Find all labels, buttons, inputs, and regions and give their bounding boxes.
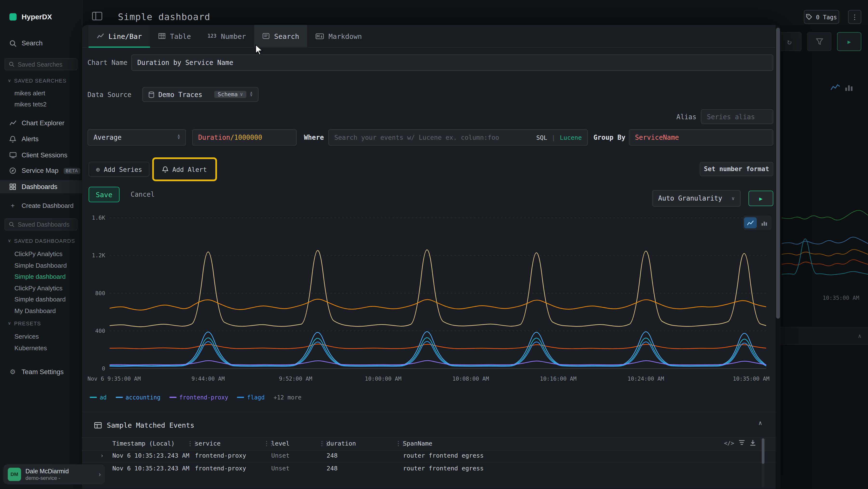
gear-icon: ⚙: [9, 368, 17, 376]
events-row[interactable]: › Nov 6 10:35:23.243 AM frontend-proxy U…: [82, 463, 780, 475]
chart-line-icon: [9, 120, 17, 126]
chart-editor-modal: Line/Bar Table 123 Number Search Markdow…: [82, 25, 780, 489]
dashboard-label: Simple dashboard: [14, 273, 66, 280]
presets-section[interactable]: ∨ PRESETS: [8, 320, 41, 326]
saved-search-item[interactable]: mikes tets2: [0, 99, 82, 110]
group-by-value: ServiceName: [635, 134, 679, 141]
sidebar-item-search[interactable]: Search: [0, 37, 82, 50]
brand-name: HyperDX: [22, 12, 52, 21]
preset-item[interactable]: Services: [0, 331, 82, 342]
saved-search-item[interactable]: mikes alert: [0, 88, 82, 99]
dashboard-label: Simple Dashboard: [14, 262, 67, 269]
chevron-down-icon: ∨: [8, 321, 11, 326]
filter-lines-icon[interactable]: [739, 439, 745, 447]
saved-searches-input[interactable]: Saved Searches: [4, 58, 78, 70]
tab-table[interactable]: Table: [150, 25, 199, 47]
set-number-format-button[interactable]: Set number format: [700, 162, 773, 176]
sidebar-item-client-sessions[interactable]: Client Sessions: [0, 148, 82, 162]
events-collapse-button[interactable]: ∧: [758, 420, 762, 427]
group-by-input[interactable]: ServiceName: [629, 129, 773, 146]
tab-label: Table: [170, 32, 191, 40]
data-source-select[interactable]: Demo Traces Schema∨ ∧∨: [142, 87, 258, 102]
modal-scrollbar-thumb[interactable]: [776, 28, 780, 319]
dashboard-item-active[interactable]: Simple dashboard: [0, 271, 82, 282]
lucene-toggle[interactable]: Lucene: [560, 134, 582, 141]
code-icon[interactable]: </>: [724, 440, 734, 446]
legend-swatch: [237, 397, 245, 398]
legend-item[interactable]: accounting: [116, 394, 160, 401]
sql-toggle[interactable]: SQL: [536, 134, 547, 141]
tab-search[interactable]: Search: [254, 25, 307, 47]
events-row[interactable]: › Nov 6 10:35:23.243 AM frontend-proxy U…: [82, 450, 780, 463]
dashboard-item[interactable]: ClickPy Analytics: [0, 283, 82, 294]
saved-dashboards-input[interactable]: Saved Dashboards: [4, 219, 78, 231]
tab-markdown[interactable]: Markdown: [307, 25, 370, 47]
cell-duration: 248: [327, 465, 338, 472]
column-header-duration[interactable]: duration: [327, 440, 356, 447]
dashboard-item[interactable]: Simple dashboard: [0, 294, 82, 305]
legend-item[interactable]: frontend-proxy: [169, 394, 228, 401]
column-header-spanname[interactable]: SpanName: [403, 440, 432, 447]
run-chart-button[interactable]: ▶: [748, 191, 773, 206]
sidebar-item-label: Alerts: [22, 135, 38, 143]
download-icon[interactable]: [750, 439, 756, 448]
cell-timestamp: Nov 6 10:35:23.243 AM: [112, 465, 189, 472]
bell-icon: [162, 166, 168, 173]
aggregation-select[interactable]: Average ∧∨: [88, 129, 186, 146]
saved-search-label: mikes tets2: [14, 101, 47, 108]
tags-button[interactable]: 0 Tags: [804, 10, 839, 24]
preset-item[interactable]: Kubernetes: [0, 343, 82, 353]
column-header-timestamp[interactable]: Timestamp (Local): [112, 440, 175, 447]
where-search-input[interactable]: Search your events w/ Lucene ex. column:…: [328, 129, 588, 146]
tab-line-bar[interactable]: Line/Bar: [89, 25, 150, 47]
modal-scrollbar[interactable]: [776, 25, 781, 489]
cancel-button[interactable]: Cancel: [131, 187, 155, 202]
create-dashboard-button[interactable]: + Create Dashboard: [0, 200, 82, 212]
events-scrollbar[interactable]: [762, 438, 764, 487]
chevron-down-icon: ∨: [8, 238, 11, 243]
sidebar-item-chart-explorer[interactable]: Chart Explorer: [0, 116, 82, 130]
legend-item[interactable]: ad: [90, 394, 106, 401]
legend-more[interactable]: +12 more: [273, 394, 301, 401]
unfold-icon: ∧∨: [250, 92, 252, 97]
alias-input[interactable]: [701, 109, 774, 124]
dashboard-item[interactable]: My Dashboard: [0, 305, 82, 316]
legend-label: accounting: [125, 394, 160, 401]
sidebar-item-team-settings[interactable]: ⚙ Team Settings: [0, 365, 82, 378]
play-icon: ▶: [759, 195, 763, 201]
tab-number[interactable]: 123 Number: [199, 25, 254, 47]
search-icon: [9, 222, 14, 227]
bar-chart-toggle[interactable]: [758, 217, 771, 228]
sidebar-item-alerts[interactable]: Alerts: [0, 133, 82, 146]
sidebar-item-service-map[interactable]: Service Map BETA: [0, 164, 82, 177]
legend-item[interactable]: flagd: [237, 394, 265, 401]
column-header-service[interactable]: service: [195, 440, 220, 447]
saved-searches-section[interactable]: ∨ SAVED SEARCHES: [8, 78, 66, 84]
sidebar-item-dashboards[interactable]: Dashboards: [0, 180, 82, 193]
legend-label: flagd: [247, 394, 265, 401]
saved-dashboards-section[interactable]: ∨ SAVED DASHBOARDS: [8, 238, 75, 244]
dashboard-item[interactable]: Simple Dashboard: [0, 260, 82, 271]
kebab-menu-button[interactable]: ⋮: [848, 10, 861, 24]
events-table-header: Timestamp (Local) ⋮⋮ service ⋮⋮ level ⋮⋮…: [82, 437, 780, 451]
column-header-level[interactable]: level: [271, 440, 289, 447]
svg-text:1.2K: 1.2K: [92, 252, 105, 259]
granularity-select[interactable]: Auto Granularity ∨: [652, 190, 741, 207]
dashboard-item[interactable]: ClickPy Analytics: [0, 248, 82, 259]
service-map-icon: [9, 167, 17, 174]
table-icon: [94, 422, 102, 429]
save-button[interactable]: Save: [89, 187, 120, 202]
dashboard-label: Simple dashboard: [14, 296, 66, 303]
field-expression-input[interactable]: Duration/1000000: [192, 129, 297, 146]
sidebar-collapse-icon[interactable]: [92, 11, 103, 21]
chart-name-input[interactable]: [131, 54, 773, 71]
line-chart-icon: [746, 218, 754, 228]
add-series-button[interactable]: ⊕ Add Series: [89, 162, 150, 177]
row-expand-icon[interactable]: ›: [100, 452, 104, 459]
add-alert-button[interactable]: Add Alert: [158, 162, 211, 177]
user-menu[interactable]: DM Dale McDiarmid demo-service - ›: [3, 464, 105, 484]
plus-icon: +: [9, 202, 17, 209]
dashboard-label: ClickPy Analytics: [14, 251, 63, 257]
line-chart-toggle[interactable]: [744, 217, 756, 228]
brand[interactable]: HyperDX: [0, 10, 82, 23]
